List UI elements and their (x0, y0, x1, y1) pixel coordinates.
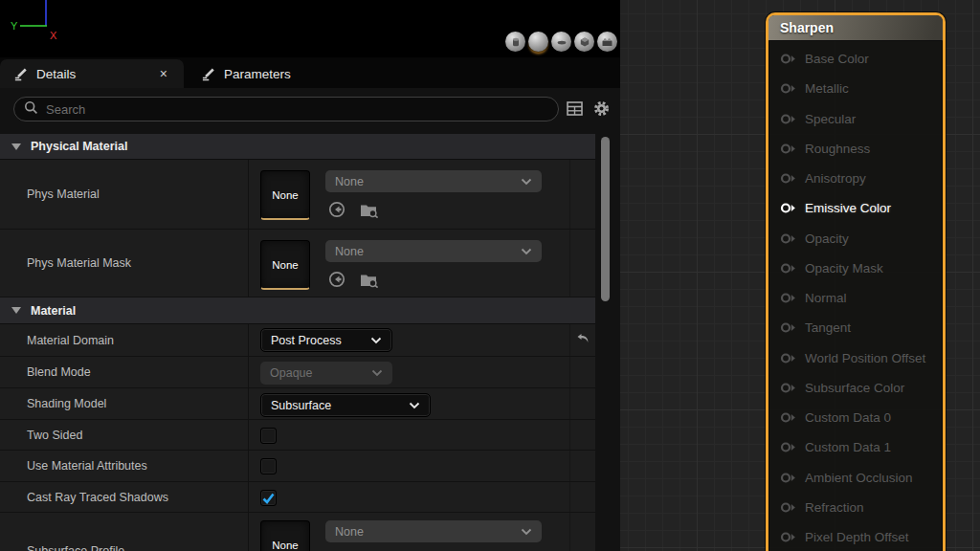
asset-thumbnail[interactable]: None (260, 170, 310, 220)
phys-material-mask-dropdown[interactable]: None (325, 240, 542, 262)
property-list: Physical Material Phys Material None Non… (0, 134, 595, 551)
browse-to-asset-icon[interactable] (360, 202, 379, 222)
chevron-down-icon (521, 528, 532, 536)
row-cast-ray-traced-shadows: Cast Ray Traced Shadows (0, 482, 595, 513)
use-material-attributes-checkbox[interactable] (260, 458, 277, 474)
node-pin-pixel-depth-offset[interactable]: Pixel Depth Offset (768, 522, 943, 551)
section-material[interactable]: Material (0, 298, 595, 324)
node-pins: Base ColorMetallicSpecularRoughnessAniso… (768, 41, 943, 551)
row-use-material-attributes: Use Material Attributes (0, 451, 595, 482)
tab-details[interactable]: Details × (0, 59, 184, 88)
subsurface-profile-dropdown[interactable]: None (325, 520, 542, 542)
node-pin-refraction[interactable]: Refraction (768, 493, 943, 522)
pin-circle-icon (780, 292, 796, 304)
node-pin-label: Emissive Color (805, 201, 891, 215)
gear-icon[interactable] (592, 99, 611, 121)
asset-thumbnail[interactable]: None (260, 240, 310, 290)
node-pin-label: Custom Data 0 (805, 410, 891, 425)
node-pin-metallic[interactable]: Metallic (768, 74, 943, 103)
pin-circle-icon (780, 441, 796, 453)
node-pin-ambient-occlusion[interactable]: Ambient Occlusion (768, 463, 943, 493)
property-label: Phys Material (0, 160, 249, 229)
reset-to-default-icon[interactable] (576, 332, 590, 349)
node-pin-label: Anisotropy (805, 171, 866, 186)
node-pin-label: Opacity Mask (805, 261, 883, 276)
node-pin-tangent[interactable]: Tangent (768, 313, 943, 342)
node-pin-custom-data-1[interactable]: Custom Data 1 (768, 432, 943, 462)
node-pin-world-position-offset[interactable]: World Position Offset (768, 343, 943, 373)
node-pin-label: Refraction (805, 500, 864, 515)
preview-viewport[interactable]: Y X (0, 0, 620, 57)
node-pin-normal[interactable]: Normal (768, 283, 943, 313)
node-pin-opacity-mask[interactable]: Opacity Mask (768, 253, 943, 283)
node-pin-label: Opacity (805, 231, 849, 246)
use-selected-asset-icon[interactable] (328, 201, 345, 222)
display-filter-grid-icon[interactable] (566, 99, 584, 121)
phys-material-dropdown[interactable]: None (325, 170, 542, 192)
property-label: Use Material Attributes (0, 451, 249, 481)
node-pin-custom-data-0[interactable]: Custom Data 0 (768, 403, 943, 432)
chevron-down-icon (521, 178, 532, 186)
node-pin-label: Subsurface Color (805, 381, 904, 395)
node-pin-roughness[interactable]: Roughness (768, 134, 943, 164)
property-label: Cast Ray Traced Shadows (0, 482, 249, 512)
row-two-sided: Two Sided (0, 420, 595, 451)
two-sided-checkbox[interactable] (260, 428, 277, 444)
details-pane: Y X Details × Parameters (0, 0, 620, 551)
row-shading-model: Shading Model Subsurface (0, 388, 595, 420)
search-icon (24, 100, 38, 119)
search-box[interactable] (13, 97, 559, 121)
section-physical-material[interactable]: Physical Material (0, 134, 595, 160)
browse-to-asset-icon[interactable] (360, 272, 379, 292)
row-phys-material-mask: Phys Material Mask None None (0, 230, 595, 298)
row-subsurface-profile: Subsurface Profile None None (0, 513, 595, 551)
pin-circle-icon (780, 262, 796, 275)
node-pin-base-color[interactable]: Base Color (768, 44, 943, 74)
search-row (0, 88, 620, 132)
node-pin-opacity[interactable]: Opacity (768, 224, 943, 253)
search-input[interactable] (46, 102, 548, 117)
node-pin-emissive-color[interactable]: Emissive Color (768, 193, 943, 223)
node-pin-specular[interactable]: Specular (768, 104, 943, 134)
node-pin-label: Specular (805, 112, 856, 126)
material-result-node[interactable]: Sharpen Base ColorMetallicSpecularRoughn… (766, 12, 946, 551)
chevron-down-icon (521, 248, 532, 255)
preview-shape-cube-icon[interactable] (574, 32, 594, 52)
preview-shape-sphere-icon[interactable] (528, 32, 548, 52)
shading-model-dropdown[interactable]: Subsurface (260, 393, 431, 417)
close-icon[interactable]: × (157, 65, 170, 82)
chevron-down-icon (370, 337, 382, 344)
node-pin-anisotropy[interactable]: Anisotropy (768, 164, 943, 193)
preview-shape-plane-icon[interactable] (551, 32, 571, 52)
property-label: Material Domain (0, 324, 249, 356)
node-pin-subsurface-color[interactable]: Subsurface Color (768, 373, 943, 403)
chevron-down-icon (11, 143, 21, 150)
details-pencil-icon (13, 67, 28, 81)
chevron-down-icon (11, 307, 21, 314)
preview-shape-cylinder-icon[interactable] (505, 32, 525, 52)
pin-circle-icon (780, 53, 796, 65)
property-label: Subsurface Profile (0, 513, 249, 551)
section-title: Material (31, 304, 76, 318)
tab-parameters[interactable]: Parameters (188, 59, 304, 88)
axis-gizmo: Y X (8, 0, 69, 48)
use-selected-asset-icon[interactable] (328, 271, 345, 292)
node-pin-label: Pixel Depth Offset (805, 530, 909, 544)
material-domain-dropdown[interactable]: Post Process (260, 328, 392, 352)
cast-ray-traced-shadows-checkbox[interactable] (260, 490, 277, 506)
pin-circle-icon (780, 472, 796, 484)
details-scrollbar[interactable] (601, 137, 610, 301)
pin-circle-icon (780, 232, 796, 245)
preview-shape-primitive-icon[interactable] (597, 32, 617, 52)
material-graph-canvas[interactable]: Sharpen Base ColorMetallicSpecularRoughn… (620, 0, 980, 551)
tab-details-label: Details (36, 67, 76, 81)
node-header[interactable]: Sharpen (768, 15, 943, 41)
pin-circle-icon (780, 531, 796, 543)
node-pin-label: Metallic (805, 81, 849, 96)
pin-circle-icon (780, 143, 796, 155)
asset-thumbnail[interactable]: None (260, 520, 310, 551)
property-label: Phys Material Mask (0, 230, 249, 297)
row-phys-material: Phys Material None None (0, 160, 595, 230)
pin-circle-icon (780, 172, 796, 185)
axis-y-label: Y (11, 20, 18, 32)
